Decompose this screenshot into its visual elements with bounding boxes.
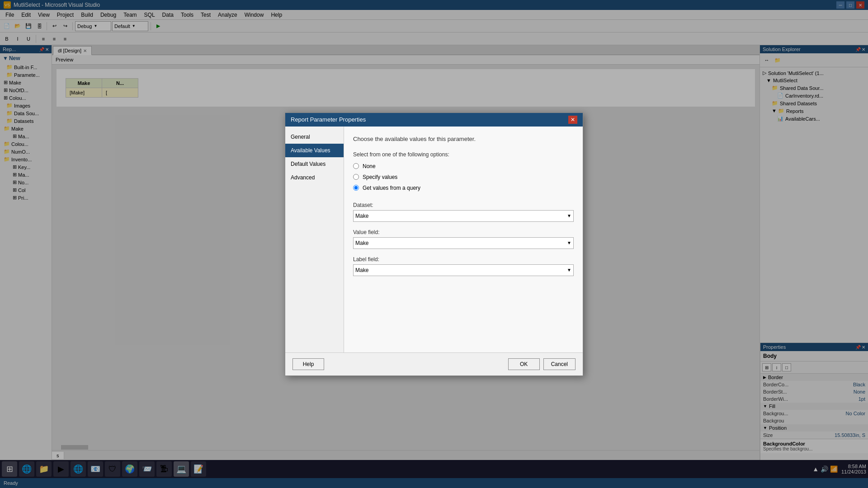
- value-field-arrow-icon: ▼: [567, 240, 571, 245]
- nav-general[interactable]: General: [285, 130, 344, 144]
- modal-heading: Choose the available values for this par…: [353, 136, 574, 142]
- value-field-label: Value field:: [353, 229, 574, 235]
- radio-specify-label: Specify values: [363, 174, 397, 180]
- value-field-select[interactable]: Make ▼: [353, 237, 574, 249]
- modal-action-btns: OK Cancel: [508, 358, 576, 370]
- modal-content: Choose the available values for this par…: [344, 127, 583, 352]
- radio-query-input[interactable]: [353, 185, 359, 191]
- modal-nav: General Available Values Default Values …: [285, 127, 344, 352]
- help-button[interactable]: Help: [292, 358, 324, 370]
- value-field-group: Value field: Make ▼: [353, 229, 574, 249]
- modal-title-bar: Report Parameter Properties ✕: [285, 113, 583, 127]
- radio-group: None Specify values Get values from a qu…: [353, 163, 574, 191]
- nav-default-values[interactable]: Default Values: [285, 157, 344, 171]
- modal-close-btn[interactable]: ✕: [568, 116, 577, 124]
- nav-available-values[interactable]: Available Values: [285, 144, 344, 157]
- nav-advanced[interactable]: Advanced: [285, 171, 344, 184]
- modal-overlay: Report Parameter Properties ✕ General Av…: [0, 0, 868, 488]
- radio-specify[interactable]: Specify values: [353, 174, 574, 180]
- radio-none[interactable]: None: [353, 163, 574, 169]
- radio-none-label: None: [363, 163, 376, 169]
- radio-none-input[interactable]: [353, 163, 359, 169]
- ok-button[interactable]: OK: [508, 358, 540, 370]
- label-field-label: Label field:: [353, 256, 574, 263]
- modal-footer: Help OK Cancel: [285, 352, 583, 375]
- modal-option-label: Select from one of the following options…: [353, 151, 574, 158]
- label-field-arrow-icon: ▼: [567, 267, 571, 272]
- dataset-select[interactable]: Make ▼: [353, 210, 574, 222]
- modal-title-text: Report Parameter Properties: [291, 116, 366, 123]
- report-param-dialog: Report Parameter Properties ✕ General Av…: [285, 113, 583, 376]
- radio-query[interactable]: Get values from a query: [353, 185, 574, 191]
- dataset-label: Dataset:: [353, 202, 574, 208]
- dataset-arrow-icon: ▼: [567, 213, 571, 218]
- cancel-button[interactable]: Cancel: [543, 358, 576, 370]
- label-field-select[interactable]: Make ▼: [353, 264, 574, 276]
- label-field-group: Label field: Make ▼: [353, 256, 574, 276]
- radio-query-label: Get values from a query: [363, 185, 420, 191]
- radio-specify-input[interactable]: [353, 174, 359, 180]
- modal-body: General Available Values Default Values …: [285, 127, 583, 352]
- dataset-group: Dataset: Make ▼: [353, 202, 574, 222]
